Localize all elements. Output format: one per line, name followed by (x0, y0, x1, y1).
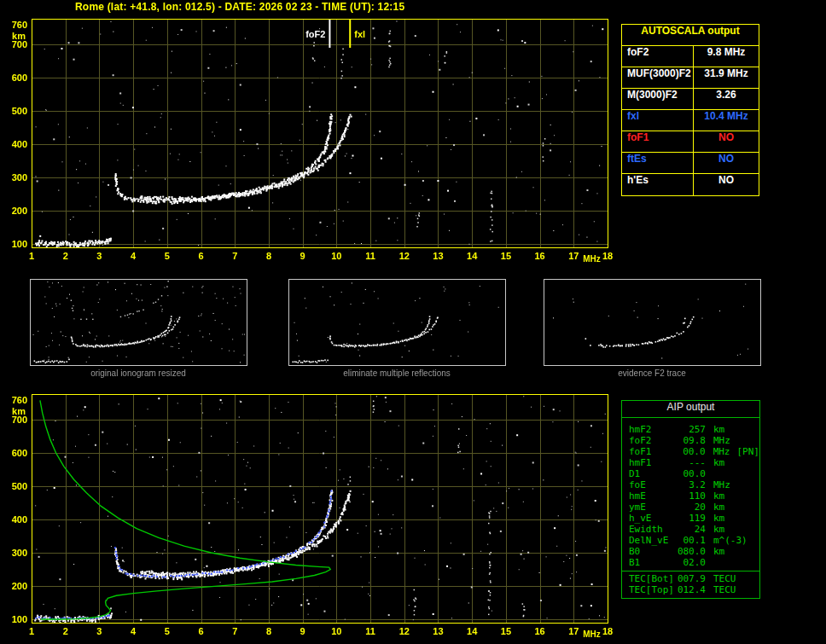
aip-param-value: 257 (677, 424, 706, 435)
aip-param-value: 012.4 (677, 584, 706, 595)
aip-param-unit: km (706, 513, 724, 524)
aip-param-value: 00.1 (677, 535, 706, 546)
aip-param-value: 119 (677, 513, 706, 524)
thumbnail-caption-original: original ionogram resized (30, 368, 247, 378)
aip-param-name: foF2 (629, 435, 677, 446)
aip-separator (622, 571, 759, 571)
thumbnail-original-ionogram (30, 279, 247, 365)
autoscala-row-ftEs: ftEsNO (622, 153, 759, 174)
autoscala-row-fxl: fxl10.4 MHz (622, 110, 759, 131)
aip-param-value: 110 (677, 490, 706, 502)
aip-param-value: 080.0 (677, 546, 706, 557)
thumbnail-no-multiple-reflections (288, 279, 505, 365)
aip-row-foE: foE3.2MHz (629, 479, 759, 490)
aip-param-unit (706, 468, 713, 479)
autoscala-row-h'Es: h'EsNO (622, 174, 759, 195)
aip-param-name: D1 (629, 468, 677, 479)
aip-row-Ewidth: Ewidth24km (629, 524, 759, 535)
aip-param-unit: MHz (706, 479, 730, 490)
aip-row-hmF2: hmF2257km (629, 424, 759, 435)
autoscala-param-label: foF2 (622, 46, 694, 67)
autoscala-param-label: MUF(3000)F2 (622, 67, 694, 88)
aip-row-hmF1: hmF1---km (629, 457, 759, 468)
aip-param-unit: km (706, 490, 724, 502)
autoscala-param-label: M(3000)F2 (622, 89, 694, 109)
aip-tec-rows: TEC[Bot]007.9TECUTEC[Top]012.4TECU (622, 573, 759, 595)
autoscala-param-label: fxl (622, 110, 694, 131)
aip-row-B1: B102.0 (629, 557, 759, 568)
aip-param-unit: MHz (706, 446, 730, 457)
aip-param-value: 00.0 (677, 468, 706, 479)
autoscala-param-value: 31.9 MHz (694, 67, 759, 88)
ionogram-plot (32, 19, 608, 247)
aip-param-unit: km (706, 546, 724, 557)
aip-param-value: 3.2 (677, 479, 706, 490)
aip-param-unit: m^(-3) (706, 535, 747, 546)
aip-param-name: B0 (629, 546, 677, 557)
aip-param-unit: TECU (706, 584, 736, 595)
autoscala-row-MUF(3000)F2: MUF(3000)F231.9 MHz (622, 67, 759, 89)
autoscala-row-foF2: foF29.8 MHz (622, 46, 759, 67)
aip-param-name: hmF1 (629, 457, 677, 468)
aip-row-h_vE: h_vE119km (629, 513, 759, 524)
aip-param-name: DelN_vE (629, 535, 677, 546)
aip-param-name: hmE (629, 490, 677, 502)
aip-row-TEC[Bot]: TEC[Bot]007.9TECU (629, 573, 759, 584)
aip-param-value: 02.0 (677, 557, 706, 568)
aip-param-unit (706, 557, 713, 568)
aip-output-table: AIP output hmF2257kmfoF209.8MHzfoF100.0M… (621, 400, 760, 599)
autoscala-output-table: AUTOSCALA output foF29.8 MHzMUF(3000)F23… (621, 24, 759, 196)
autoscala-param-label: ftEs (622, 153, 694, 173)
autoscala-param-value: 3.26 (694, 89, 759, 109)
profile-plot (32, 394, 608, 623)
autoscala-param-label: foF1 (622, 131, 694, 152)
autoscala-param-value: NO (694, 174, 759, 195)
thumbnail-caption-evidence-f2: evidence F2 trace (544, 368, 760, 378)
aip-param-name: foE (629, 479, 677, 490)
autoscala-table-title: AUTOSCALA output (622, 25, 759, 46)
aip-param-name: Ewidth (629, 524, 677, 535)
aip-param-value: --- (677, 457, 706, 468)
aip-table-rows: hmF2257kmfoF209.8MHzfoF100.0MHz[PN]hmF1-… (622, 418, 759, 568)
autoscala-param-value: 10.4 MHz (694, 110, 759, 131)
aip-param-name: ymE (629, 502, 677, 513)
aip-param-name: TEC[Bot] (629, 573, 677, 584)
autoscala-param-value: NO (694, 153, 759, 173)
aip-row-B0: B0080.0km (629, 546, 759, 557)
autoscala-param-label: h'Es (622, 174, 694, 195)
autoscala-table-rows: foF29.8 MHzMUF(3000)F231.9 MHzM(3000)F23… (622, 46, 759, 195)
aip-param-name: foF1 (629, 446, 677, 457)
aip-param-unit: km (706, 502, 724, 513)
aip-param-value: 007.9 (677, 573, 706, 584)
aip-row-hmE: hmE110km (629, 490, 759, 502)
station-title: Rome (lat: +41.8, lon: 012.5) - DATE: 20… (75, 1, 404, 13)
aip-row-foF2: foF209.8MHz (629, 435, 759, 446)
thumbnail-caption-eliminate-reflections: eliminate multiple reflections (288, 368, 505, 378)
autoscala-window: Rome (lat: +41.8, lon: 012.5) - DATE: 20… (0, 0, 826, 644)
autoscala-row-foF1: foF1NO (622, 131, 759, 153)
autoscala-param-value: NO (694, 131, 759, 152)
aip-row-D1: D100.0 (629, 468, 759, 479)
aip-param-value: 24 (677, 524, 706, 535)
aip-param-value: 09.8 (677, 435, 706, 446)
aip-param-name: B1 (629, 557, 677, 568)
aip-row-ymE: ymE20km (629, 502, 759, 513)
aip-param-note: [PN] (730, 446, 760, 457)
aip-param-value: 00.0 (677, 446, 706, 457)
autoscala-param-value: 9.8 MHz (694, 46, 759, 67)
aip-row-DelN_vE: DelN_vE00.1m^(-3) (629, 535, 759, 546)
aip-table-title: AIP output (622, 401, 759, 418)
aip-param-unit: TECU (706, 573, 736, 584)
aip-row-foF1: foF100.0MHz[PN] (629, 446, 759, 457)
aip-param-name: TEC[Top] (629, 584, 677, 595)
aip-param-unit: km (706, 424, 724, 435)
aip-param-unit: km (706, 457, 724, 468)
aip-param-unit: km (706, 524, 724, 535)
autoscala-row-M(3000)F2: M(3000)F23.26 (622, 89, 759, 110)
aip-row-TEC[Top]: TEC[Top]012.4TECU (629, 584, 759, 595)
aip-param-value: 20 (677, 502, 706, 513)
thumbnail-f2-trace (544, 279, 760, 365)
aip-param-unit: MHz (706, 435, 730, 446)
aip-param-name: h_vE (629, 513, 677, 524)
aip-param-name: hmF2 (629, 424, 677, 435)
